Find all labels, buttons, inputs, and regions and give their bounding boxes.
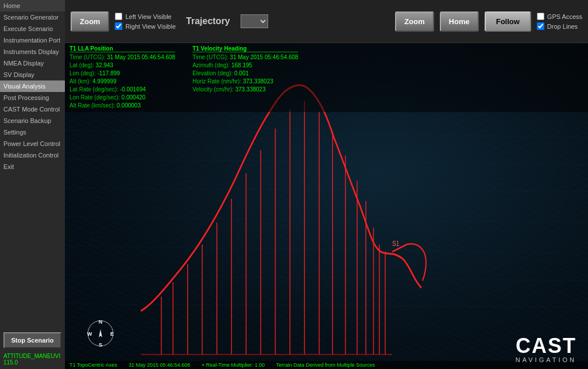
telem-lon: Lon (deg): -117.899 [69,70,175,78]
telemetry-overlay: T1 LLA Position Time (UTCG): 31 May 2015… [65,43,588,112]
svg-line-7 [65,304,588,308]
svg-line-5 [65,246,588,253]
bottom-bar: T1 TopoCentric Axes 31 May 2015 05:46:54… [65,361,588,369]
lla-position-section: T1 LLA Position Time (UTCG): 31 May 2015… [69,45,175,110]
sidebar-item-exit[interactable]: Exit [0,161,65,172]
telem-alt-rate: Alt Rate (km/sec): 0.000003 [69,102,175,110]
gps-access-row[interactable]: GPS Access [537,13,582,20]
svg-marker-30 [99,329,102,337]
sidebar-item-cast-mode-control[interactable]: CAST Mode Control [0,103,65,115]
svg-text:S1: S1 [392,240,399,247]
home-button[interactable]: Home [440,11,479,32]
velocity-heading-section: T1 Velocity Heading Time (UTCG): 31 May … [192,45,298,110]
svg-line-4 [65,217,588,222]
left-view-visible-row[interactable]: Left View Visible [115,13,176,20]
velocity-heading-title: T1 Velocity Heading [192,45,298,52]
telem-azimuth: Azimuth (deg): 168.195 [192,62,298,70]
scenario-value: 115.0 [3,359,61,366]
follow-button[interactable]: Follow [485,11,531,32]
sidebar-item-settings[interactable]: Settings [0,126,65,138]
sidebar-item-post-processing[interactable]: Post Processing [0,92,65,103]
sidebar-item-power-level-control[interactable]: Power Level Control [0,138,65,149]
telem-lat: Lat (deg): 32.943 [69,62,175,70]
terrain-label: Terrain Data Derived from Multiple Sourc… [276,362,375,368]
svg-line-6 [65,275,588,280]
right-view-visible-row[interactable]: Right View Visible [115,22,176,30]
drop-lines-checkbox[interactable] [537,22,544,30]
navigation-text: NAVIGATION [516,356,577,363]
left-zoom-button[interactable]: Zoom [71,11,109,32]
axes-label: T1 TopoCentric Axes [69,362,117,368]
viewport: S1 T1 LLA Position Time (UTCG): 31 May 2… [65,43,588,369]
cast-logo: CAST NAVIGATION [516,336,577,363]
stop-scenario-button[interactable]: Stop Scenario [3,332,61,348]
drop-lines-label: Drop Lines [547,23,578,30]
left-view-visible-checkbox[interactable] [115,13,122,20]
right-view-options: GPS Access Drop Lines [537,13,582,30]
right-zoom-button[interactable]: Zoom [395,11,434,32]
cast-text: CAST [516,336,577,356]
sidebar-item-home[interactable]: Home [0,0,65,11]
main-content: Zoom Left View Visible Right View Visibl… [65,0,588,369]
svg-line-2 [65,159,588,165]
compass: N S W E [85,318,117,352]
sidebar-item-scenario-generator[interactable]: Scenario Generator [0,11,65,23]
telem-velocity: Velocity (cm/hr): 373.338023 [192,86,298,94]
right-view-visible-label: Right View Visible [125,23,176,30]
svg-line-1 [65,130,588,137]
drop-lines-row[interactable]: Drop Lines [537,22,582,30]
telem-lat-rate: Lat Rate (deg/sec): -0.001694 [69,86,175,94]
gps-access-label: GPS Access [547,13,582,20]
topbar: Zoom Left View Visible Right View Visibl… [65,0,588,43]
telem-elevation: Elevation (deg): 0.001 [192,70,298,78]
lla-position-title: T1 LLA Position [69,45,175,52]
compass-north: N [99,319,103,325]
sidebar-item-execute-scenario[interactable]: Execute Scenario [0,23,65,34]
compass-south: S [99,342,102,348]
telem-horiz-rate: Horiz Rate (nm/hr): 373.338023 [192,78,298,86]
compass-west: W [87,331,92,337]
telem-lon-rate: Lon Rate (deg/sec): 0.000420 [69,94,175,102]
sidebar-item-instruments-display[interactable]: Instruments Display [0,46,65,57]
sidebar: Home Scenario Generator Execute Scenario… [0,0,65,369]
sidebar-item-initialization-control[interactable]: Initialization Control [0,149,65,161]
multiplier-label: × Real-Time Multiplier: 1.00 [202,362,265,368]
telem-time-left: Time (UTCG): 31 May 2015 05:46:54.608 [69,53,175,62]
telem-time-right: Time (UTCG): 31 May 2015 05:46:54.608 [192,53,298,62]
sidebar-item-sv-display[interactable]: SV Display [0,69,65,80]
time-label: 31 May 2015 05:46:54.608 [129,362,190,368]
gps-access-checkbox[interactable] [537,13,544,20]
telem-alt: Alt (km): 4.999999 [69,78,175,86]
scenario-name: ATTITUDE_MANEUVI [3,353,61,359]
left-view-options: Left View Visible Right View Visible [115,13,176,30]
trajectory-dropdown[interactable] [241,14,268,28]
sidebar-item-instrumentation-port[interactable]: Instrumentation Port [0,34,65,46]
compass-east: E [110,331,114,337]
svg-line-3 [65,188,588,191]
trajectory-label: Trajectory [186,16,230,26]
sidebar-item-visual-analysis[interactable]: Visual Analysis [0,80,65,92]
sidebar-item-scenario-backup[interactable]: Scenario Backup [0,115,65,126]
sidebar-item-nmea-display[interactable]: NMEA Display [0,57,65,69]
right-view-visible-checkbox[interactable] [115,22,122,30]
left-view-visible-label: Left View Visible [125,13,171,20]
